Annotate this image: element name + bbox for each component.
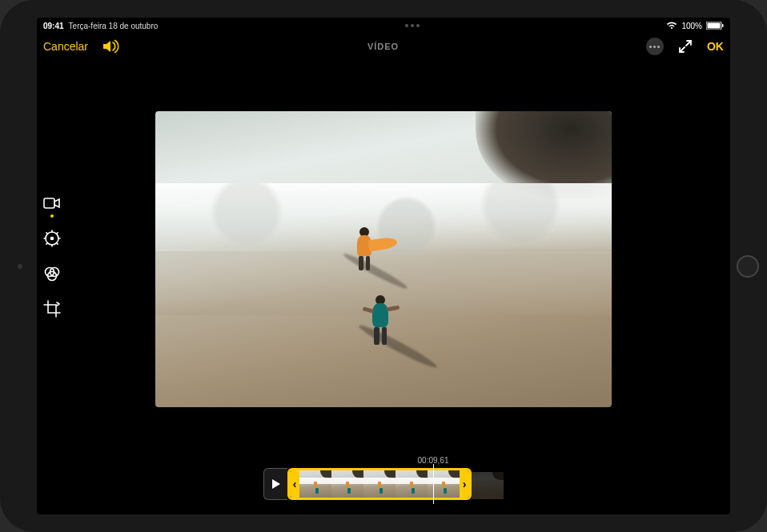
battery-percent: 100% [681,22,702,30]
cancel-button[interactable]: Cancelar [43,40,88,53]
trim-selection[interactable] [287,468,472,500]
ipad-frame: 09:41 Terça-feira 18 de outubro 100% Can… [0,0,767,532]
home-button[interactable] [737,255,759,278]
timeline-thumb[interactable] [331,470,363,498]
edit-tools-sidebar [38,186,66,326]
trim-handle-end[interactable] [460,470,469,498]
status-time: 09:41 [43,22,64,30]
status-bar: 09:41 Terça-feira 18 de outubro 100% [37,18,730,32]
screen: 09:41 Terça-feira 18 de outubro 100% Can… [37,18,730,514]
svg-rect-2 [722,24,724,27]
svg-rect-3 [44,198,54,208]
playhead[interactable] [433,464,434,504]
timeline-thumb[interactable] [363,470,396,498]
speaker-icon[interactable] [102,39,120,54]
play-button[interactable] [263,468,287,500]
timeline-thumb[interactable] [299,470,331,498]
tool-video[interactable] [42,193,62,214]
wifi-icon [666,22,677,30]
svg-rect-1 [707,23,720,29]
tool-adjust[interactable] [42,228,62,249]
status-date: Terça-feira 18 de outubro [69,22,159,30]
timeline-thumb-excluded[interactable] [472,472,504,499]
timeline-area: 00:09,61 [37,453,730,514]
timeline-thumbnails[interactable] [299,470,460,498]
ok-button[interactable]: OK [707,40,724,53]
nav-bar: Cancelar VÍDEO OK [37,32,730,59]
tool-crop[interactable] [42,298,62,319]
battery-icon [706,22,724,30]
fullscreen-icon[interactable] [678,39,693,54]
camera-dot [18,264,22,269]
multitask-dots[interactable] [405,24,420,27]
tool-filters[interactable] [42,263,62,284]
timeline-thumb[interactable] [396,470,428,498]
timeline-thumb[interactable] [428,470,460,498]
svg-point-5 [51,238,54,240]
trim-handle-start[interactable] [290,470,299,498]
video-preview[interactable] [155,111,612,407]
more-button[interactable] [646,38,664,55]
page-title: VÍDEO [367,42,399,51]
tool-active-indicator [50,214,54,218]
